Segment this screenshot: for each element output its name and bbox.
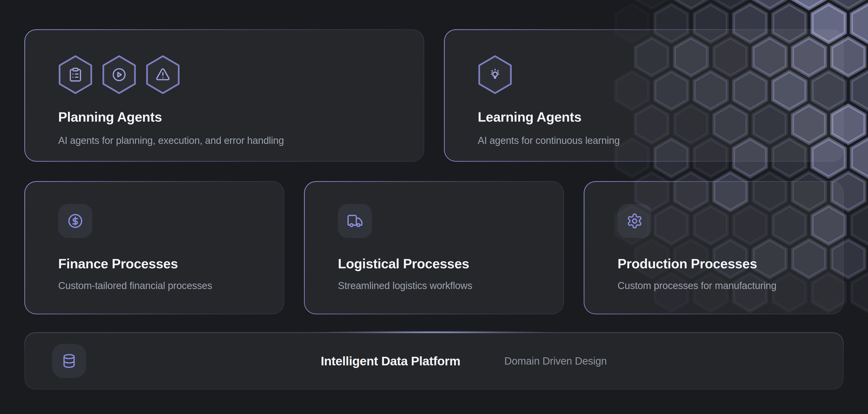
planning-icons (58, 55, 401, 94)
platform-title: Intelligent Data Platform (321, 354, 461, 368)
card-title: Planning Agents (58, 109, 401, 125)
main-content: Planning Agents AI agents for planning, … (0, 0, 868, 414)
dollar-circle-icon (58, 204, 92, 238)
card-description: AI agents for planning, execution, and e… (58, 134, 401, 147)
agents-row: Planning Agents AI agents for planning, … (24, 29, 844, 162)
card-production-processes[interactable]: Production Processes Custom processes fo… (584, 181, 844, 315)
platform-subtitle: Domain Driven Design (504, 355, 607, 367)
card-planning-agents[interactable]: Planning Agents AI agents for planning, … (24, 29, 424, 162)
card-description: Custom processes for manufacturing (618, 279, 820, 292)
card-title: Logistical Processes (338, 256, 541, 272)
processes-row: Finance Processes Custom-tailored financ… (24, 181, 844, 315)
card-finance-processes[interactable]: Finance Processes Custom-tailored financ… (24, 181, 284, 315)
card-description: AI agents for continuous learning (478, 134, 820, 147)
card-description: Custom-tailored financial processes (58, 279, 261, 292)
card-learning-agents[interactable]: Learning Agents AI agents for continuous… (444, 29, 844, 162)
lightbulb-icon (478, 55, 512, 94)
truck-icon (338, 204, 372, 238)
card-title: Learning Agents (478, 109, 820, 125)
card-title: Finance Processes (58, 256, 261, 272)
bar-top-glow (307, 331, 561, 333)
platform-bar[interactable]: Intelligent Data Platform Domain Driven … (24, 332, 844, 390)
platform-bar-text: Intelligent Data Platform Domain Driven … (54, 332, 868, 390)
learning-icons (478, 55, 820, 94)
database-icon (52, 344, 86, 378)
gear-icon (618, 204, 652, 238)
card-title: Production Processes (618, 256, 820, 272)
dashboard-canvas: Planning Agents AI agents for planning, … (0, 0, 868, 414)
clipboard-list-icon (58, 55, 93, 94)
alert-triangle-icon (146, 55, 180, 94)
card-description: Streamlined logistics workflows (338, 279, 541, 292)
play-circle-icon (102, 55, 136, 94)
card-logistical-processes[interactable]: Logistical Processes Streamlined logisti… (304, 181, 564, 315)
